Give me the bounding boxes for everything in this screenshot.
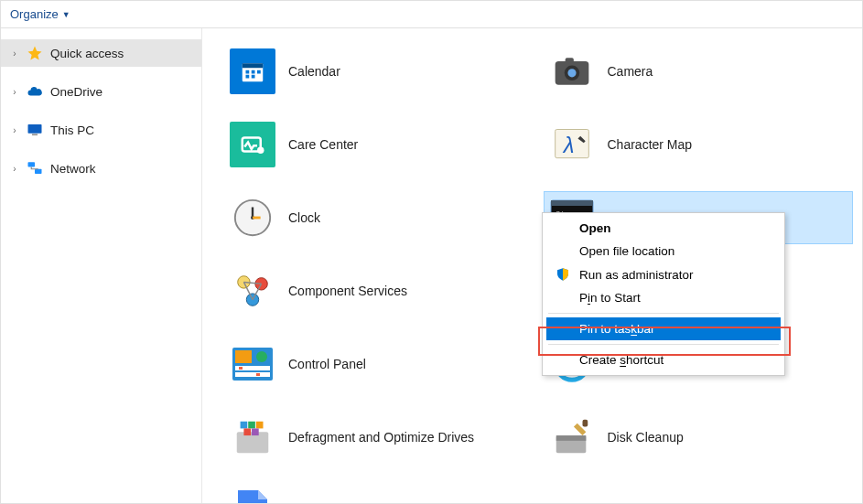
defrag-icon [230,414,275,460]
cm-label: Pin to Start [579,291,641,305]
organize-label: Organize [10,7,59,21]
docs-icon [230,488,275,504]
svg-rect-8 [257,70,261,74]
cloud-icon [27,83,43,100]
item-disk-cleanup[interactable]: Disk Cleanup [544,411,854,464]
items-area: Calendar Camera Care Center λ Character … [202,28,862,503]
item-label: Component Services [288,284,407,298]
item-camera[interactable]: Camera [544,45,854,98]
svg-rect-40 [235,372,270,377]
cm-label: Run as administrator [579,268,694,282]
item-character-map[interactable]: λ Character Map [544,118,854,171]
item-label: Camera [608,64,653,79]
item-care-center[interactable]: Care Center [224,118,534,171]
separator [548,313,779,314]
cm-run-as-admin[interactable]: Run as administrator [546,263,781,286]
sidebar-item-this-pc[interactable]: › This PC [1,116,201,144]
care-center-icon [230,122,275,167]
cm-open[interactable]: Open [546,217,781,240]
cm-open-file-location[interactable]: Open file location [546,240,781,263]
sidebar-item-label: Quick access [50,47,124,60]
cm-label: Pin to taskbar [579,322,655,336]
cm-pin-to-start[interactable]: Pin to Start [546,286,781,309]
separator [548,344,779,345]
item-label: Character Map [608,137,693,152]
svg-rect-2 [28,162,36,166]
svg-rect-37 [235,350,252,363]
monitor-icon [27,122,43,138]
blank-icon [549,488,595,504]
camera-icon [549,48,595,94]
item-component-services[interactable]: Component Services [224,264,534,317]
toolbar: Organize ▼ [1,1,862,28]
cm-label: Open file location [579,244,674,258]
item-label: Care Center [288,137,358,152]
item-label: Clock [288,210,320,225]
svg-rect-24 [551,200,593,206]
svg-rect-9 [246,75,250,79]
disk-cleanup-icon [549,414,595,460]
shield-icon [554,267,572,282]
svg-rect-0 [28,124,42,134]
cm-label: Open [579,221,611,235]
sidebar-item-network[interactable]: › Network [1,155,201,182]
context-menu: Open Open file location Run as administr… [542,212,785,376]
item-label: Control Panel [288,357,366,371]
item-label: Disk Cleanup [608,430,684,445]
svg-rect-52 [582,420,588,427]
item-calendar[interactable]: Calendar [224,45,534,98]
svg-rect-46 [248,422,255,429]
svg-rect-41 [239,367,243,370]
sidebar-item-label: This PC [50,123,94,137]
clock-icon [230,195,275,241]
svg-point-16 [257,147,264,155]
svg-rect-48 [243,428,251,435]
sidebar-item-label: OneDrive [50,85,102,99]
svg-text:λ: λ [561,133,574,157]
svg-rect-47 [256,422,264,429]
svg-point-38 [256,351,267,362]
svg-rect-7 [252,70,255,74]
item-control-panel[interactable]: Control Panel [224,338,534,391]
calendar-icon [230,48,275,94]
svg-rect-10 [252,75,255,79]
dropdown-icon: ▼ [62,10,70,19]
svg-point-13 [567,69,576,77]
network-icon [27,160,43,177]
svg-rect-45 [241,422,248,429]
svg-rect-1 [32,134,38,136]
svg-rect-6 [246,70,250,74]
sidebar-item-onedrive[interactable]: › OneDrive [1,78,201,105]
item-docs[interactable]: Docs [224,484,534,504]
control-panel-icon [230,341,275,387]
chevron-right-icon: › [10,164,19,174]
item-label: Defragment and Optimize Drives [288,430,474,445]
svg-rect-3 [35,169,42,174]
chevron-right-icon: › [10,125,19,135]
item-dts-audio[interactable]: DTS Audio Processing [544,484,854,504]
sidebar-item-quick-access[interactable]: › Quick access [1,39,201,67]
svg-rect-51 [556,435,586,441]
sidebar: › Quick access › OneDrive › This PC › [1,28,202,503]
item-label: Calendar [288,64,340,79]
item-defrag[interactable]: Defragment and Optimize Drives [224,411,534,464]
component-services-icon [230,268,275,314]
cm-pin-to-taskbar[interactable]: Pin to taskbar [546,317,781,340]
organize-button[interactable]: Organize ▼ [10,7,70,21]
sidebar-item-label: Network [50,162,96,176]
svg-rect-14 [565,58,573,63]
chevron-right-icon: › [10,87,19,97]
item-clock[interactable]: Clock [224,191,534,244]
chevron-right-icon: › [10,48,19,59]
cm-label: Create shortcut [579,353,663,367]
cm-create-shortcut[interactable]: Create shortcut [546,349,781,371]
svg-rect-5 [243,63,264,68]
svg-rect-49 [252,428,259,435]
character-map-icon: λ [549,122,595,167]
star-icon [27,45,43,61]
svg-rect-42 [256,373,260,376]
